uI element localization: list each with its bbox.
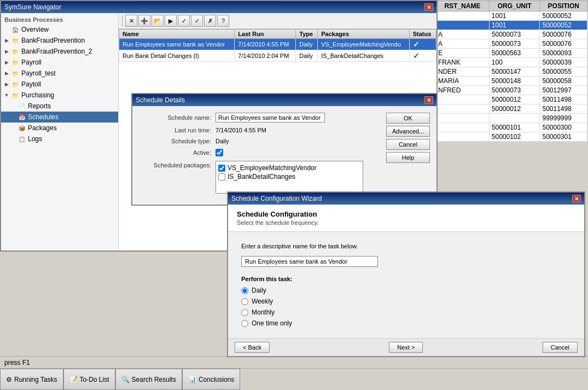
active-checkbox[interactable] <box>216 149 223 156</box>
tree-item-icon: 📁 <box>11 91 20 100</box>
packages-list: VS_EmployeeMatchingVendor IS_BankDetailC… <box>216 161 363 194</box>
tree-item-label: Paytoll <box>21 80 41 88</box>
cancel-button[interactable]: Cancel <box>386 139 430 150</box>
toolbar-add-btn[interactable]: ➕ <box>138 15 150 27</box>
radio-input[interactable] <box>241 320 248 327</box>
status-tab-conclusions[interactable]: 📊Conclusions <box>182 369 240 390</box>
bg-cell-pos: 50000300 <box>540 123 587 132</box>
col-packages: Packages <box>318 30 409 39</box>
wizard-title: Schedule Configuration Wizard <box>231 195 322 202</box>
cell-packages: IS_BankDetailChanges <box>318 50 409 62</box>
table-row[interactable]: Run Employees same bank as Vendor7/14/20… <box>119 39 436 50</box>
cell-type: Daily <box>296 39 318 50</box>
expand-icon <box>10 114 16 120</box>
sidebar-item-logs[interactable]: 📋Logs <box>1 133 118 144</box>
radio-input[interactable] <box>241 298 248 305</box>
status-tab-to-do-list[interactable]: 📝To-Do List <box>63 369 115 390</box>
tree-item-label: BankFraudPrevention_2 <box>21 48 92 55</box>
wizard-body: Enter a descriptive name for the task be… <box>228 232 584 338</box>
sidebar-item-paytoll[interactable]: ▶📁Paytoll <box>1 79 118 90</box>
sidebar-item-schedules[interactable]: 📅Schedules <box>1 112 118 123</box>
expand-icon: ▶ <box>3 37 10 44</box>
wizard-cancel-button[interactable]: Cancel <box>543 342 578 353</box>
perform-task-label: Perform this task: <box>241 276 571 282</box>
tree-item-label: Purchasing <box>21 91 54 99</box>
toolbar-separator <box>122 15 123 26</box>
bg-table-row: A5000007350000076 <box>436 39 587 49</box>
cell-packages: VS_EmployeeMatchingVendo <box>318 39 409 50</box>
sidebar-item-payroll_test[interactable]: ▶📁Payroll_test <box>1 68 118 79</box>
bg-cell-name: A <box>436 30 490 39</box>
bg-cell-name: A <box>436 39 490 49</box>
cell-status: ✓ <box>409 50 436 62</box>
tree-item-label: Logs <box>28 135 42 143</box>
tree-item-label: Schedules <box>28 113 59 121</box>
status-tab-running-tasks[interactable]: ⚙Running Tasks <box>0 369 63 390</box>
bg-table-row: NFRED5000007350012997 <box>436 86 587 95</box>
schedule-details-buttons: OK Advanced... Cancel Help <box>386 113 430 198</box>
col-status: Status <box>409 30 436 39</box>
toolbar-run-btn[interactable]: ▶ <box>165 15 177 27</box>
toolbar-delete-btn[interactable]: ✕ <box>125 15 137 27</box>
status-bar: ⚙Running Tasks📝To-Do List🔍Search Results… <box>0 368 588 390</box>
tree-item-icon: 📄 <box>18 102 26 110</box>
background-data-table: RST_NAME ORG_UNIT POSITION 1001500000521… <box>435 0 588 142</box>
radio-input[interactable] <box>241 287 248 294</box>
toolbar-check1-btn[interactable]: ✓ <box>178 15 190 27</box>
wizard-task-name-input[interactable] <box>241 256 378 267</box>
schedule-config-wizard: Schedule Configuration Wizard ✕ Schedule… <box>227 191 585 357</box>
help-button[interactable]: Help <box>386 152 430 163</box>
table-row[interactable]: Run Bank Detail Changes (I)7/14/2010 2:0… <box>119 50 436 62</box>
bg-cell-pos: 50000055 <box>540 67 587 77</box>
sidebar-item-packages[interactable]: 📦Packages <box>1 123 118 133</box>
status-tab-search-results[interactable]: 🔍Search Results <box>115 369 182 390</box>
sidebar-item-overview[interactable]: 🏠Overview <box>1 24 118 35</box>
packages-label: Scheduled packages: <box>139 161 216 168</box>
bg-table-row: MARIA5000014850000058 <box>436 77 587 86</box>
bg-cell-pos: 50000052 <box>540 11 587 21</box>
next-button[interactable]: Next > <box>389 342 423 353</box>
bg-cell-org: 1001 <box>489 21 540 30</box>
main-close-button[interactable]: ✕ <box>424 3 433 11</box>
schedule-type-value: Daily <box>216 138 229 144</box>
expand-icon: ▶ <box>3 59 10 66</box>
toolbar-x-btn[interactable]: ✗ <box>204 15 216 27</box>
toolbar-open-btn[interactable]: 📂 <box>152 15 164 27</box>
advanced-button[interactable]: Advanced... <box>386 126 430 137</box>
tree-item-icon: 📁 <box>11 47 20 56</box>
schedules-data-table: Name Last Run Type Packages Status Run E… <box>119 29 436 62</box>
radio-label: Monthly <box>252 308 275 316</box>
status-tab-icon: ⚙ <box>6 376 12 383</box>
bg-cell-org: 50000101 <box>489 123 540 132</box>
tree-item-icon: 🏠 <box>11 25 20 34</box>
status-tab-icon: 🔍 <box>121 376 130 383</box>
package-item: VS_EmployeeMatchingVendor <box>218 164 360 172</box>
bg-cell-pos: 99999999 <box>540 114 587 123</box>
back-button[interactable]: < Back <box>235 342 270 353</box>
bg-cell-pos: 50011498 <box>540 104 587 114</box>
package-checkbox[interactable] <box>218 165 225 172</box>
bg-cell-name <box>436 95 490 104</box>
bg-table-row: 100150000052 <box>436 21 587 30</box>
radio-option-daily: Daily <box>241 287 571 294</box>
toolbar-check2-btn[interactable]: ✓ <box>191 15 203 27</box>
schedule-details-close-btn[interactable]: ✕ <box>424 96 433 104</box>
bg-cell-name <box>436 21 490 30</box>
sidebar-item-reports[interactable]: 📄Reports <box>1 101 118 112</box>
radio-input[interactable] <box>241 309 248 316</box>
sidebar-item-bankfraudprevention[interactable]: ▶📁BankFraudPrevention <box>1 35 118 46</box>
package-checkbox[interactable] <box>218 173 225 181</box>
sidebar-item-purchasing[interactable]: ▼📁Purchasing <box>1 90 118 101</box>
bg-cell-org <box>489 114 540 123</box>
sidebar-item-bankfraudprevention_2[interactable]: ▶📁BankFraudPrevention_2 <box>1 46 118 57</box>
cell-type: Daily <box>296 50 318 62</box>
bg-table-row: 99999999 <box>436 114 587 123</box>
ok-button[interactable]: OK <box>386 113 430 124</box>
sidebar-item-payroll[interactable]: ▶📁Payroll <box>1 57 118 68</box>
wizard-close-btn[interactable]: ✕ <box>572 195 581 202</box>
bg-cell-org: 50000073 <box>489 39 540 49</box>
schedule-name-input[interactable] <box>216 113 325 123</box>
toolbar-help-btn[interactable]: ? <box>217 15 229 27</box>
frequency-radio-group: Daily Weekly Monthly One time only <box>241 287 571 327</box>
tree-item-label: Payroll <box>21 59 42 66</box>
